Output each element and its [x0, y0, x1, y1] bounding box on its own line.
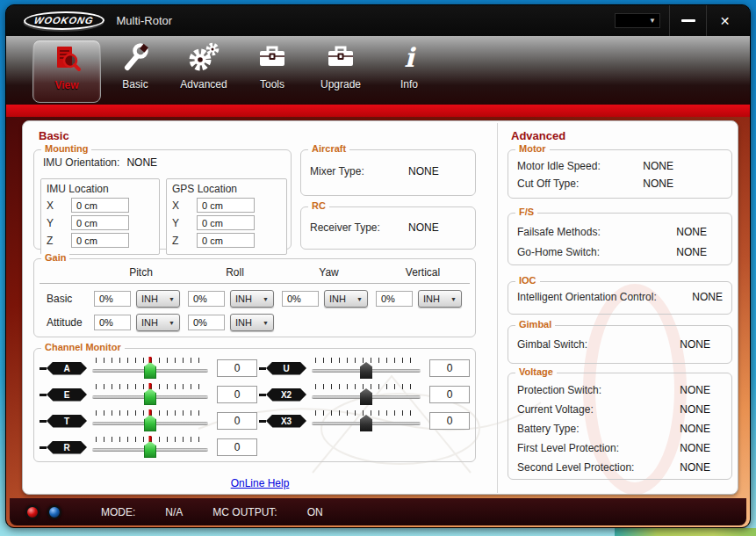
voltage-group: Voltage Protection Switch:NONE Current V…	[508, 373, 732, 480]
channel-row-r: R 0	[40, 437, 257, 458]
rc-group: RC Receiver Type: NONE	[300, 206, 476, 250]
channel-row-e: E 0	[40, 384, 257, 405]
gain-attitude-pitch-mode-dropdown[interactable]: INH	[136, 314, 180, 331]
channel-r-slider[interactable]	[92, 437, 208, 458]
gain-basic-row-label: Basic	[40, 293, 94, 305]
channel-wire	[259, 394, 266, 396]
gain-basic-roll-mode-dropdown[interactable]: INH	[230, 290, 274, 308]
channel-a-slider-handle[interactable]	[144, 362, 156, 379]
channel-u-slider[interactable]	[312, 358, 421, 379]
channel-x2-slider-handle[interactable]	[360, 388, 372, 405]
gps-x-input[interactable]: 0 cm	[197, 198, 255, 213]
mc-output-value: ON	[307, 506, 323, 518]
gain-col-yaw: Yaw	[282, 266, 376, 279]
axis-label: Z	[47, 235, 71, 247]
gain-basic-pitch-input[interactable]: 0%	[94, 291, 131, 307]
failsafe-group: F/S Failsafe Methods:NONE Go-Home Switch…	[508, 213, 732, 265]
tab-tools[interactable]: Tools	[238, 40, 306, 103]
desktop-background-detail	[615, 528, 756, 536]
channel-t-slider-handle[interactable]	[144, 415, 156, 431]
title-bar[interactable]: WOOKONG Multi-Rotor ▼ ✕	[6, 5, 750, 36]
gps-z-input[interactable]: 0 cm	[197, 233, 255, 248]
gimbal-legend: Gimbal	[515, 319, 555, 330]
ioc-legend: IOC	[515, 275, 540, 286]
channel-t-slider[interactable]	[92, 410, 208, 431]
tab-view[interactable]: View	[32, 40, 101, 103]
channel-t-badge: T	[47, 415, 87, 428]
channel-monitor-legend: Channel Monitor	[41, 342, 125, 352]
channel-e-value: 0	[217, 386, 257, 403]
language-dropdown[interactable]: ▼	[615, 13, 660, 28]
mode-value: N/A	[165, 506, 183, 518]
gain-attitude-pitch-input[interactable]: 0%	[94, 315, 131, 330]
gps-location-box: GPS Location X0 cm Y0 cm Z0 cm	[166, 178, 287, 255]
cut-off-type-value: NONE	[643, 177, 673, 190]
imu-z-input[interactable]: 0 cm	[71, 233, 129, 248]
ioc-label: Intelligent Orientation Control:	[517, 291, 657, 303]
axis-label: Z	[172, 235, 197, 247]
tab-advanced[interactable]: Advanced	[169, 40, 238, 103]
go-home-switch-value: NONE	[676, 246, 707, 258]
tab-basic[interactable]: Basic	[101, 40, 169, 103]
battery-type-value: NONE	[680, 423, 710, 435]
channel-u-slider-handle[interactable]	[360, 362, 372, 379]
mounting-legend: Mounting	[41, 143, 91, 154]
minimize-button[interactable]	[669, 5, 706, 36]
gain-attitude-roll-input[interactable]: 0%	[188, 315, 225, 330]
advanced-section-title: Advanced	[511, 129, 565, 142]
tab-upgrade[interactable]: Upgrade	[306, 40, 375, 103]
first-level-protection-label: First Level Protection:	[517, 442, 619, 454]
channel-r-slider-handle[interactable]	[144, 441, 156, 458]
channel-x3-badge: X3	[266, 415, 306, 428]
gain-group: Gain Pitch Roll Yaw Vertical Basic 0%INH	[33, 258, 476, 337]
gps-location-title: GPS Location	[172, 183, 281, 195]
gain-attitude-roll-mode-dropdown[interactable]: INH	[230, 314, 274, 331]
channel-e-slider[interactable]	[92, 384, 208, 405]
gain-basic-roll-input[interactable]: 0%	[188, 291, 225, 307]
gain-basic-yaw-mode-dropdown[interactable]: INH	[324, 290, 368, 308]
imu-x-input[interactable]: 0 cm	[71, 198, 129, 213]
online-help-link[interactable]: OnLine Help	[231, 477, 290, 489]
channel-monitor-group: Channel Monitor A 0 E 0	[33, 348, 476, 462]
status-led-red	[25, 505, 40, 519]
window-controls: ▼ ✕	[615, 5, 743, 36]
gain-basic-yaw-input[interactable]: 0%	[282, 291, 319, 307]
column-divider	[497, 123, 498, 493]
first-level-protection-value: NONE	[680, 442, 710, 454]
protection-switch-label: Protection Switch:	[517, 384, 601, 396]
gps-y-input[interactable]: 0 cm	[197, 215, 255, 230]
status-bar: MODE: N/A MC OUTPUT: ON	[10, 498, 746, 525]
channel-x3-slider[interactable]	[312, 410, 421, 431]
ioc-group: IOC Intelligent Orientation Control:NONE	[508, 281, 732, 315]
close-button[interactable]: ✕	[706, 5, 743, 36]
rc-legend: RC	[308, 200, 329, 211]
tab-info[interactable]: i Info	[375, 40, 443, 103]
channel-a-slider[interactable]	[92, 358, 208, 379]
motor-legend: Motor	[515, 143, 550, 154]
gimbal-group: Gimbal Gimbal Switch:NONE	[508, 325, 732, 364]
channel-row-u: U 0	[259, 358, 470, 379]
channel-x3-slider-handle[interactable]	[360, 415, 372, 431]
protection-switch-value: NONE	[680, 384, 710, 396]
gain-basic-vertical-input[interactable]: 0%	[376, 291, 413, 307]
failsafe-methods-label: Failsafe Methods:	[517, 226, 601, 238]
gain-col-roll: Roll	[188, 266, 282, 279]
second-level-protection-label: Second Level Protection:	[517, 461, 634, 474]
channel-e-slider-handle[interactable]	[144, 388, 156, 405]
gain-col-pitch: Pitch	[94, 266, 188, 279]
gain-attitude-row-label: Attitude	[40, 316, 94, 329]
gain-basic-pitch-mode-dropdown[interactable]: INH	[136, 290, 180, 308]
status-led-blue	[47, 505, 61, 519]
channel-u-badge: U	[266, 362, 306, 375]
document-magnifier-icon	[51, 40, 83, 77]
channel-row-a: A 0	[40, 358, 257, 379]
content-panel: Basic Mounting IMU Orientation: NONE IMU…	[22, 120, 738, 495]
aircraft-legend: Aircraft	[308, 143, 349, 154]
mc-output-label: MC OUTPUT:	[212, 506, 277, 518]
gain-basic-vertical-mode-dropdown[interactable]: INH	[418, 290, 462, 308]
motor-idle-speed-label: Motor Idle Speed:	[517, 160, 601, 172]
tab-view-label: View	[54, 79, 78, 91]
channel-x2-slider[interactable]	[312, 384, 421, 405]
wookong-logo: WOOKONG	[22, 11, 106, 30]
imu-y-input[interactable]: 0 cm	[71, 215, 129, 230]
